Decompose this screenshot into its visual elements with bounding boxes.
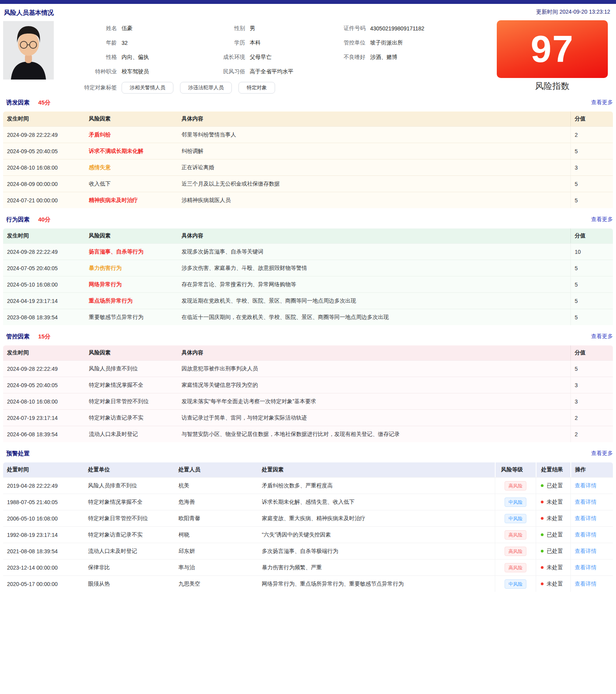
- risk-score-value: 97: [531, 30, 574, 68]
- risk-level-cell: 中风险: [495, 576, 536, 592]
- risk-factor-cell: 感情失意: [85, 159, 178, 175]
- dispose-unit-cell: 眼须从热: [84, 576, 175, 592]
- special-object-tag[interactable]: 涉相关警情人员: [122, 82, 173, 94]
- score-cell: 5: [570, 143, 613, 159]
- score-cell: 2: [570, 426, 613, 442]
- view-detail-link[interactable]: 查看详情: [575, 515, 597, 522]
- special-object-tag[interactable]: 特定对象: [238, 82, 275, 94]
- section-header: 行为因素40分查看更多: [3, 215, 613, 224]
- table-header-row: 发生时间风险因素具体内容分值: [3, 345, 613, 360]
- view-detail-link[interactable]: 查看详情: [575, 581, 597, 588]
- dispose-unit-cell: 特定对象日常管控不到位: [84, 510, 175, 526]
- table-row: 2024-05-10 16:08:00网络异常行为存在异常言论、异常搜索行为、异…: [3, 276, 613, 292]
- factor-table: 发生时间风险因素具体内容分值2024-09-28 22:22:49风险人员排查不…: [3, 345, 613, 442]
- dispose-time-cell: 2020-05-17 00:00:00: [3, 576, 84, 592]
- column-header: 风险因素: [85, 112, 178, 126]
- view-detail-link[interactable]: 查看详情: [575, 499, 597, 506]
- tags-label: 特定对象标签: [58, 84, 117, 91]
- profile-header: 风险人员基本情况 更新时间 2024-09-20 13:23:12 姓名伍豪性别…: [0, 4, 616, 97]
- risk-factor-cell: 重要敏感节点异常行为: [85, 309, 178, 325]
- risk-score-card: 97: [497, 20, 608, 78]
- risk-factor-cell: 重点场所异常行为: [85, 293, 178, 309]
- profile-field-label: 民风习俗: [222, 68, 245, 75]
- factor-sections: 诱发因素45分查看更多发生时间风险因素具体内容分值2024-09-28 22:2…: [0, 98, 616, 442]
- dispose-result-text: 已处置: [547, 531, 563, 538]
- profile-field-label: 年龄: [58, 39, 117, 46]
- score-cell: 5: [570, 293, 613, 309]
- view-detail-link[interactable]: 查看详情: [575, 531, 597, 538]
- view-more-link[interactable]: 查看更多: [591, 450, 613, 457]
- score-cell: 5: [570, 361, 613, 377]
- view-detail-link[interactable]: 查看详情: [575, 564, 597, 571]
- risk-level-badge: 中风险: [505, 514, 526, 523]
- dispose-result-text: 未处置: [547, 515, 563, 522]
- section-score: 40分: [38, 216, 51, 223]
- column-header: 处置因素: [258, 462, 495, 477]
- risk-factor-cell: 诉求不满或长期未化解: [85, 143, 178, 159]
- dispose-result-text: 未处置: [547, 499, 563, 506]
- risk-factor-cell: 网络异常行为: [85, 276, 178, 292]
- status-dot-icon: [541, 566, 544, 569]
- dispose-person-cell: 欧阳青馨: [175, 510, 258, 526]
- table-header-row: 发生时间风险因素具体内容分值: [3, 112, 613, 126]
- content-cell: 涉精神疾病就医人员: [178, 192, 570, 208]
- table-row: 2024-09-28 22:22:49风险人员排查不到位因故意犯罪被作出刑事判决…: [3, 360, 613, 377]
- risk-factor-cell: 风险人员排查不到位: [85, 361, 178, 377]
- risk-level-cell: 高风险: [495, 527, 536, 543]
- table-row: 2019-04-28 22:22:49风险人员排查不到位杭美矛盾纠纷次数多、严重…: [3, 477, 613, 494]
- status-dot-icon: [541, 501, 544, 503]
- column-header: 风险因素: [85, 228, 178, 243]
- column-header: 风险因素: [85, 345, 178, 360]
- table-header-row: 发生时间风险因素具体内容分值: [3, 228, 613, 243]
- content-cell: 家庭情况等关键信息字段为空的: [178, 377, 570, 393]
- profile-field-label: 不良嗜好: [342, 54, 365, 61]
- risk-factor-cell: 扬言滋事、自杀等行为: [85, 244, 178, 260]
- dispose-result-cell: 已处置: [536, 543, 570, 559]
- table-row: 2021-08-08 18:39:54流动人口未及时登记邱东妍多次扬言滋事、自杀…: [3, 543, 613, 559]
- table-row: 1992-08-19 23:17:14特定对象访查记录不实柯晓“六失”诱因中的关…: [3, 526, 613, 543]
- view-more-link[interactable]: 查看更多: [591, 216, 613, 223]
- dispose-result-text: 未处置: [547, 581, 563, 588]
- dispose-factor-cell: 网络异常行为、重点场所异常行为、重要敏感节点异常行为: [258, 576, 495, 592]
- risk-level-cell: 高风险: [495, 559, 536, 575]
- view-detail-link[interactable]: 查看详情: [575, 548, 597, 555]
- column-header: 分值: [570, 112, 613, 126]
- dispose-result-text: 已处置: [547, 482, 563, 489]
- person-avatar-icon: [3, 21, 54, 80]
- section-header: 预警处置查看更多: [3, 449, 613, 458]
- view-detail-link[interactable]: 查看详情: [575, 482, 597, 489]
- score-cell: 3: [570, 393, 613, 409]
- score-cell: 5: [570, 309, 613, 325]
- content-cell: 在临近十一国庆期间，在党政机关、学校、医院、景区、商圈等同一地点周边多次出现: [178, 309, 570, 325]
- dispose-result-text: 未处置: [547, 564, 563, 571]
- section-header: 管控因素15分查看更多: [3, 332, 613, 341]
- section-score: 15分: [38, 333, 51, 340]
- risk-level-badge: 高风险: [505, 530, 526, 540]
- risk-level-cell: 中风险: [495, 510, 536, 526]
- section-title: 诱发因素: [6, 99, 30, 106]
- dispose-person-cell: 危海善: [175, 494, 258, 510]
- dispose-factor-cell: 家庭变故、重大疾病、精神疾病未及时治疗: [258, 510, 495, 526]
- dispose-time-cell: 1988-07-05 21:40:05: [3, 494, 84, 510]
- occur-time-cell: 2024-08-10 16:08:00: [3, 393, 85, 409]
- disposal-block: 预警处置查看更多处置时间处置单位处置人员处置因素风险等级处置结果操作2019-0…: [0, 449, 616, 592]
- occur-time-cell: 2024-09-05 20:40:05: [3, 377, 85, 393]
- view-more-link[interactable]: 查看更多: [591, 333, 613, 340]
- dispose-result-cell: 未处置: [536, 494, 570, 510]
- dispose-time-cell: 1992-08-19 23:17:14: [3, 527, 84, 543]
- risk-score-caption: 风险指数: [497, 80, 608, 92]
- column-header: 处置人员: [175, 462, 258, 477]
- view-more-link[interactable]: 查看更多: [591, 99, 613, 106]
- risk-level-cell: 中风险: [495, 494, 536, 510]
- profile-field-label: 特种职业: [58, 68, 117, 75]
- action-cell: 查看详情: [570, 543, 613, 559]
- score-cell: 5: [570, 192, 613, 208]
- content-cell: 涉多次伤害、家庭暴力、斗殴、故意损毁财物等警情: [178, 260, 570, 276]
- special-object-tag[interactable]: 涉违法犯罪人员: [180, 82, 232, 94]
- occur-time-cell: 2024-09-28 22:22:49: [3, 361, 85, 377]
- risk-factor-cell: 特定对象访查记录不实: [85, 410, 178, 426]
- score-cell: 5: [570, 260, 613, 276]
- profile-field-label: 管控单位: [342, 39, 365, 46]
- table-row: 2024-09-28 22:22:49扬言滋事、自杀等行为发现多次扬言滋事、自杀…: [3, 243, 613, 260]
- factor-section: 诱发因素45分查看更多发生时间风险因素具体内容分值2024-09-28 22:2…: [0, 98, 616, 208]
